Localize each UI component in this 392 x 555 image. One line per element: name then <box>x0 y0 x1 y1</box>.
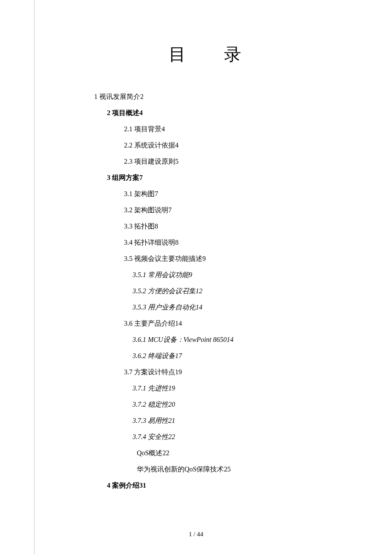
toc-entry: 2.1 项目背景4 <box>124 124 354 134</box>
toc-entry: 3.5 视频会议主要功能描述9 <box>124 254 354 264</box>
toc-entry: 2.2 系统设计依据4 <box>124 140 354 150</box>
toc-entry: 3.7 方案设计特点19 <box>124 367 354 377</box>
toc-entry: 3.6 主要产品介绍14 <box>124 318 354 329</box>
toc-entry: 2 项目概述4 <box>107 108 354 118</box>
toc-entry: 2.3 项目建设原则5 <box>124 156 354 167</box>
toc-entry: 3.1 架构图7 <box>124 189 354 199</box>
toc-entry: 4 案例介绍31 <box>107 480 354 491</box>
toc-entry: 3.5.3 用户业务自动化14 <box>133 302 354 312</box>
toc-entry: 3.7.1 先进性19 <box>133 383 354 393</box>
toc-entry: 3.2 架构图说明7 <box>124 205 354 215</box>
toc-entry: QoS概述22 <box>137 448 354 458</box>
document-page: 目 录 1 视讯发展简介2 2 项目概述4 2.1 项目背景4 2.2 系统设计… <box>34 0 392 554</box>
toc-entry: 3.7.2 稳定性20 <box>133 399 354 410</box>
toc-entry: 华为视讯创新的QoS保障技术25 <box>137 464 354 474</box>
page-footer: 1 / 44 <box>0 531 392 538</box>
toc-entry: 3.7.3 易用性21 <box>133 416 354 426</box>
toc-entry: 3.6.2 终端设备17 <box>133 351 354 361</box>
toc-entry: 3.7.4 安全性22 <box>133 432 354 442</box>
toc-entry: 3.3 拓扑图8 <box>124 221 354 231</box>
toc-entry: 1 视讯发展简介2 <box>94 92 354 102</box>
toc-entry: 3.6.1 MCU设备：ViewPoint 865014 <box>133 335 354 345</box>
toc-entry: 3.5.1 常用会议功能9 <box>133 270 354 280</box>
toc-entry: 3.5.2 方便的会议召集12 <box>133 286 354 296</box>
page-title: 目 录 <box>73 43 354 66</box>
toc-entry: 3.4 拓扑详细说明8 <box>124 237 354 248</box>
toc-entry: 3 组网方案7 <box>107 173 354 183</box>
